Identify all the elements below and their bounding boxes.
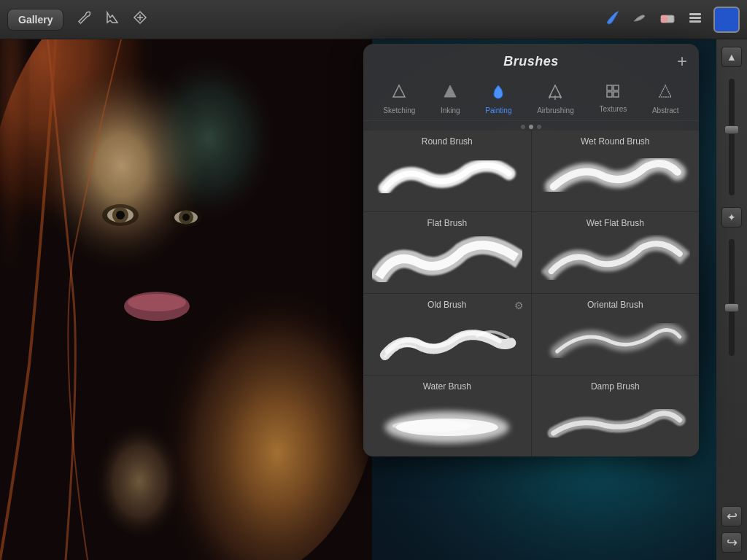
sketching-label: Sketching (383, 106, 415, 114)
svg-rect-36 (614, 92, 619, 97)
brush-grid: Round Brush Wet Round Brush (363, 131, 699, 456)
tab-abstract[interactable]: Abstract (646, 81, 685, 117)
painting-label: Painting (485, 106, 511, 114)
gallery-button[interactable]: Gallery (7, 9, 63, 31)
brush-oriental-brush[interactable]: Oriental Brush (532, 294, 700, 375)
eraser-tool-icon[interactable] (658, 8, 677, 31)
brush-wet-round-brush[interactable]: Wet Round Brush (532, 131, 700, 211)
old-brush-label: Old Brush (372, 300, 522, 310)
svg-point-7 (80, 36, 314, 328)
svg-marker-29 (549, 85, 561, 97)
damp-brush-label: Damp Brush (541, 381, 691, 392)
transform-icon[interactable] (132, 9, 148, 30)
round-brush-preview (372, 149, 522, 204)
tab-inking[interactable]: Inking (435, 81, 466, 117)
svg-point-40 (392, 420, 473, 432)
old-brush-preview (372, 313, 522, 368)
brush-flat-brush[interactable]: Flat Brush (363, 212, 531, 293)
page-indicators (363, 121, 699, 131)
svg-rect-19 (0, 0, 58, 560)
tab-textures[interactable]: Textures (593, 81, 632, 117)
flat-brush-preview (372, 231, 522, 286)
tab-painting[interactable]: Painting (479, 81, 517, 117)
dot-1 (521, 125, 525, 129)
dot-2 (529, 125, 533, 129)
layers-tool-icon[interactable] (686, 8, 705, 31)
svg-line-32 (560, 94, 561, 98)
undo-btn[interactable]: ↩ (721, 506, 742, 526)
size-slider-thumb[interactable] (724, 303, 739, 312)
color-swatch[interactable] (713, 7, 740, 33)
redo-btn[interactable]: ↪ (721, 532, 742, 553)
wet-round-brush-label: Wet Round Brush (541, 136, 691, 147)
textures-label: Textures (599, 105, 627, 113)
brush-wet-flat-brush[interactable]: Wet Flat Brush (532, 212, 700, 293)
wet-flat-brush-label: Wet Flat Brush (541, 218, 691, 228)
flat-brush-label: Flat Brush (372, 218, 522, 228)
selection-icon[interactable] (104, 9, 120, 30)
svg-line-30 (549, 94, 551, 98)
brush-water-brush[interactable]: Water Brush (363, 376, 531, 456)
svg-rect-23 (661, 15, 667, 23)
up-arrow-btn[interactable]: ▲ (721, 47, 742, 67)
portrait-image (0, 0, 372, 560)
abstract-icon (658, 84, 673, 104)
plus-btn[interactable]: ✦ (721, 207, 742, 228)
old-brush-settings-icon[interactable]: ⚙ (514, 300, 524, 311)
opacity-slider-thumb[interactable] (724, 125, 739, 134)
inking-icon (443, 84, 457, 104)
svg-point-18 (128, 294, 186, 311)
painting-icon (492, 84, 505, 104)
sketching-icon (392, 84, 406, 104)
water-brush-preview (372, 394, 522, 449)
tab-sketching[interactable]: Sketching (377, 81, 421, 117)
panel-title: Brushes (503, 54, 559, 69)
wet-flat-brush-preview (541, 231, 691, 286)
svg-point-16 (182, 214, 190, 221)
brush-old-brush[interactable]: Old Brush ⚙ (363, 294, 531, 375)
textures-icon (605, 84, 620, 102)
airbrushing-label: Airbrushing (537, 106, 574, 114)
wet-round-brush-preview (541, 149, 691, 204)
oriental-brush-label: Oriental Brush (541, 300, 691, 310)
brush-damp-brush[interactable]: Damp Brush (532, 376, 700, 456)
right-toolbar (603, 7, 740, 33)
dot-3 (537, 125, 541, 129)
add-brush-button[interactable]: + (677, 52, 687, 70)
round-brush-label: Round Brush (372, 136, 522, 147)
abstract-label: Abstract (652, 106, 679, 114)
svg-point-8 (69, 306, 244, 540)
svg-marker-27 (393, 85, 405, 97)
svg-rect-33 (607, 85, 612, 90)
svg-marker-28 (444, 85, 456, 97)
tab-airbrushing[interactable]: Airbrushing (531, 81, 580, 117)
svg-point-15 (116, 211, 125, 219)
right-panel: ▲ ✦ ↩ ↪ (716, 39, 747, 560)
svg-rect-26 (689, 20, 701, 23)
water-brush-label: Water Brush (372, 381, 522, 392)
svg-marker-37 (659, 85, 671, 97)
brush-tool-icon[interactable] (603, 8, 622, 31)
size-slider-track (729, 239, 735, 356)
inking-label: Inking (441, 106, 460, 114)
damp-brush-preview (541, 394, 691, 449)
airbrushing-icon (548, 84, 562, 104)
svg-rect-25 (689, 17, 701, 19)
smudge-tool-icon[interactable] (630, 8, 649, 31)
wrench-icon[interactable] (77, 9, 93, 30)
svg-rect-24 (689, 13, 701, 15)
opacity-slider-track (729, 79, 735, 195)
svg-rect-35 (607, 92, 612, 97)
svg-rect-34 (614, 85, 619, 90)
brushes-panel: Brushes + Sketching Inking (363, 44, 699, 456)
panel-header: Brushes + (363, 44, 699, 77)
toolbar: Gallery (0, 0, 747, 39)
brush-round-brush[interactable]: Round Brush (363, 131, 531, 211)
category-tabs: Sketching Inking Painting (363, 77, 699, 121)
oriental-brush-preview (541, 313, 691, 368)
